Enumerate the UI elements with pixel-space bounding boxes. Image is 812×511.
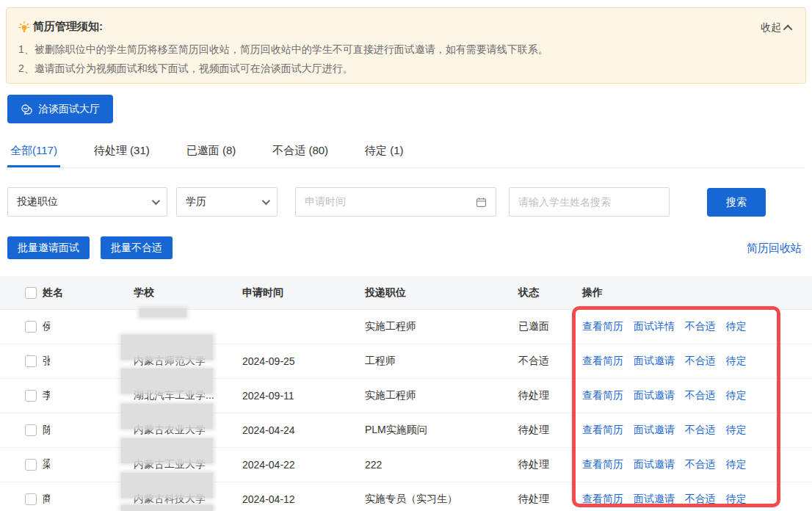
apply-date-placeholder: 申请时间 xyxy=(305,195,346,209)
unsuitable-link[interactable]: 不合适 xyxy=(685,389,716,401)
position: PLM实施顾问 xyxy=(365,424,427,437)
row-checkbox[interactable] xyxy=(25,321,37,333)
undecided-link[interactable]: 待定 xyxy=(726,424,747,435)
unsuitable-link[interactable]: 不合适 xyxy=(685,355,716,366)
header-school: 学校 xyxy=(134,286,154,300)
apply-date: 2024-04-24 xyxy=(242,424,295,436)
chevron-down-icon xyxy=(152,197,160,205)
education-select[interactable]: 学历 xyxy=(176,187,278,217)
row-checkbox[interactable] xyxy=(25,355,37,367)
header-position: 投递职位 xyxy=(365,286,406,300)
batch-invite-button[interactable]: 批量邀请面试 xyxy=(7,236,90,259)
education-select-value: 学历 xyxy=(186,195,206,209)
collapse-label: 收起 xyxy=(761,21,781,35)
chat-icon xyxy=(21,104,32,115)
redaction-block xyxy=(121,438,213,463)
unsuitable-link[interactable]: 不合适 xyxy=(685,493,716,504)
collapse-toggle[interactable]: 收起 xyxy=(761,21,792,35)
unsuitable-link[interactable]: 不合适 xyxy=(685,424,716,435)
select-all-checkbox[interactable] xyxy=(25,287,37,299)
chevron-down-icon xyxy=(262,197,270,205)
tab-all[interactable]: 全部(117) xyxy=(7,144,60,167)
batch-unsuitable-button[interactable]: 批量不合适 xyxy=(101,236,173,259)
header-actions: 操作 xyxy=(582,286,603,300)
header-status: 状态 xyxy=(518,286,539,300)
position: 222 xyxy=(365,459,382,471)
undecided-link[interactable]: 待定 xyxy=(726,493,747,504)
header-date: 申请时间 xyxy=(242,286,283,300)
tab-unsuitable[interactable]: 不合适 (80) xyxy=(269,144,331,167)
apply-date: 2024-09-25 xyxy=(242,355,295,367)
redaction-block xyxy=(50,450,115,480)
redaction-block xyxy=(121,335,213,360)
notice-title: 简历管理须知: xyxy=(33,20,103,34)
position: 实施工程师 xyxy=(365,389,416,402)
undecided-link[interactable]: 待定 xyxy=(726,355,747,366)
position: 实施工程师 xyxy=(365,320,416,333)
position-select[interactable]: 投递职位 xyxy=(7,187,167,217)
status: 待处理 xyxy=(518,493,549,506)
unsuitable-link[interactable]: 不合适 xyxy=(685,458,716,470)
undecided-link[interactable]: 待定 xyxy=(726,320,747,332)
apply-date-input[interactable]: 申请时间 xyxy=(295,187,496,217)
chevron-up-icon xyxy=(783,24,793,34)
resume-management-page: 简历管理须知: 收起 1、被删除职位中的学生简历将移至简历回收站，简历回收站中的… xyxy=(0,0,812,511)
interview-invite-link[interactable]: 面试邀请 xyxy=(634,389,675,401)
status-tabs: 全部(117) 待处理 (31) 已邀面 (8) 不合适 (80) 待定 (1) xyxy=(7,144,805,168)
redaction-block xyxy=(50,347,115,377)
view-resume-link[interactable]: 查看简历 xyxy=(582,493,623,504)
row-checkbox[interactable] xyxy=(25,493,37,505)
row-checkbox[interactable] xyxy=(25,424,37,436)
tab-undecided[interactable]: 待定 (1) xyxy=(362,144,407,167)
redaction-block xyxy=(121,505,213,511)
redaction-block xyxy=(121,404,213,429)
redaction-block xyxy=(50,416,115,446)
interview-invite-link[interactable]: 面试邀请 xyxy=(634,458,675,470)
redaction-block xyxy=(50,381,115,411)
status: 待处理 xyxy=(518,389,549,402)
status: 待处理 xyxy=(518,424,549,437)
view-resume-link[interactable]: 查看简历 xyxy=(582,320,623,332)
tab-pending[interactable]: 待处理 (31) xyxy=(91,144,153,167)
position-select-value: 投递职位 xyxy=(17,195,58,209)
notice-banner: 简历管理须知: 收起 1、被删除职位中的学生简历将移至简历回收站，简历回收站中的… xyxy=(6,7,806,84)
header-name: 姓名 xyxy=(43,286,63,300)
notice-line-1: 1、被删除职位中的学生简历将移至简历回收站，简历回收站中的学生不可直接进行面试邀… xyxy=(18,43,548,57)
tab-invited[interactable]: 已邀面 (8) xyxy=(184,144,239,167)
row-checkbox[interactable] xyxy=(25,459,37,471)
redaction-block xyxy=(139,308,186,317)
redaction-block xyxy=(50,485,115,511)
notice-line-2: 2、邀请面试分为视频面试和线下面试，视频面试可在洽谈面试大厅进行。 xyxy=(18,62,353,76)
view-resume-link[interactable]: 查看简历 xyxy=(582,389,623,401)
view-resume-link[interactable]: 查看简历 xyxy=(582,458,623,470)
interview-hall-label: 洽谈面试大厅 xyxy=(38,103,100,116)
status: 已邀面 xyxy=(518,320,549,333)
redaction-block xyxy=(121,473,213,498)
apply-date: 2024-09-11 xyxy=(242,390,294,402)
row-checkbox[interactable] xyxy=(25,390,37,402)
resume-recycle-bin-link[interactable]: 简历回收站 xyxy=(747,242,802,256)
interview-invite-link[interactable]: 面试邀请 xyxy=(634,424,675,435)
table-header-row: 姓名 学校 申请时间 投递职位 状态 操作 xyxy=(0,276,812,310)
student-name-search-input[interactable] xyxy=(509,187,670,217)
unsuitable-link[interactable]: 不合适 xyxy=(685,320,716,332)
redaction-block xyxy=(121,369,213,394)
undecided-link[interactable]: 待定 xyxy=(726,458,747,470)
filter-bar: 投递职位 学历 申请时间 搜索 xyxy=(0,187,812,217)
apply-date: 2024-04-12 xyxy=(242,493,295,505)
position: 实施专员（实习生） xyxy=(365,493,457,506)
lightbulb-icon xyxy=(18,21,30,33)
interview-invite-link[interactable]: 面试邀请 xyxy=(634,355,675,366)
search-button[interactable]: 搜索 xyxy=(707,188,766,217)
interview-hall-button[interactable]: 洽谈面试大厅 xyxy=(7,95,113,123)
apply-date: 2024-04-22 xyxy=(242,459,295,471)
undecided-link[interactable]: 待定 xyxy=(726,389,747,401)
position: 工程师 xyxy=(365,355,396,368)
calendar-icon xyxy=(476,197,487,208)
view-resume-link[interactable]: 查看简历 xyxy=(582,424,623,435)
status: 不合适 xyxy=(518,355,549,368)
interview-detail-link[interactable]: 面试详情 xyxy=(634,320,675,332)
interview-invite-link[interactable]: 面试邀请 xyxy=(634,493,675,504)
status: 待处理 xyxy=(518,458,549,471)
view-resume-link[interactable]: 查看简历 xyxy=(582,355,623,366)
